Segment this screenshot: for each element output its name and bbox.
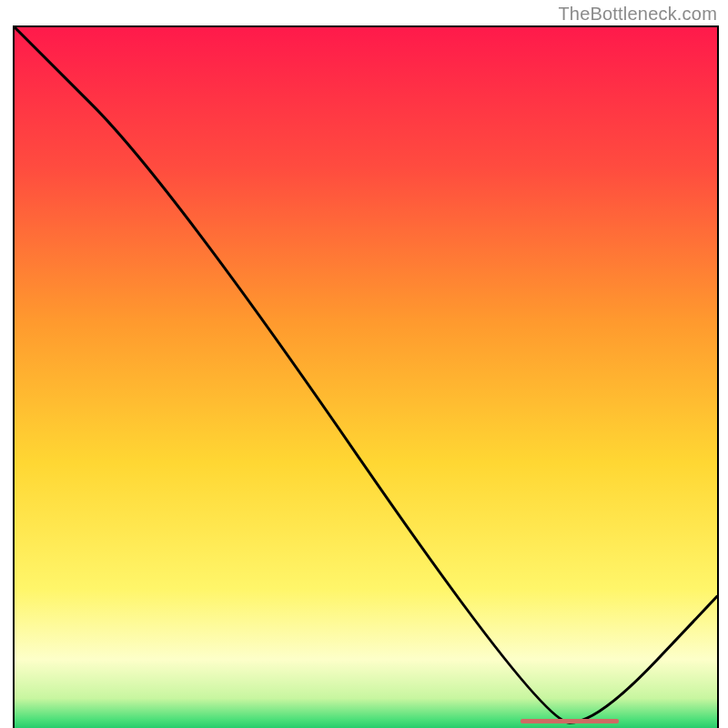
bottleneck-curve <box>15 27 717 728</box>
watermark-text: TheBottleneck.com <box>558 4 717 25</box>
chart-container: TheBottleneck.com <box>0 0 728 728</box>
plot-area <box>13 25 719 728</box>
optimal-range-marker <box>521 719 619 723</box>
